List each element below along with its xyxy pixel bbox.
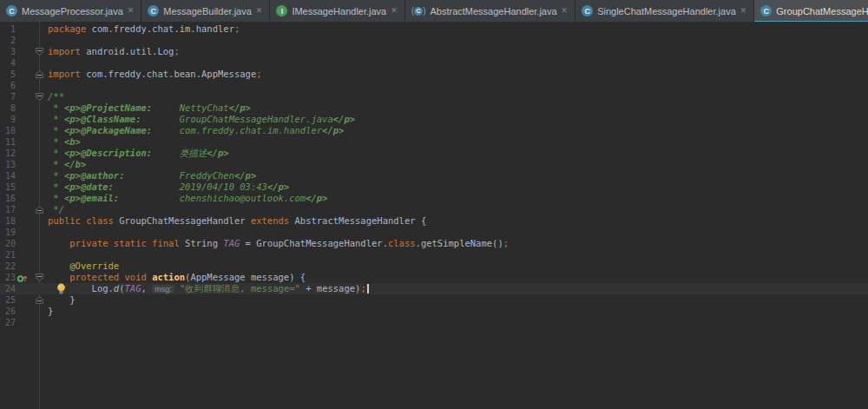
code-line-26[interactable]: 26} — [0, 306, 868, 317]
code-editor[interactable]: 1package com.freddy.chat.im.handler;23im… — [0, 22, 868, 409]
token-cmtb: </p> — [306, 193, 327, 203]
token-cmt: */ — [48, 204, 64, 214]
code-line-2[interactable]: 2 — [0, 35, 868, 46]
token-kw: ; — [360, 283, 365, 294]
token-txt: = GroupChatMessageHandler. — [240, 238, 388, 248]
code-line-19[interactable]: 19 — [0, 227, 868, 238]
token-cmt: * — [48, 136, 64, 147]
tab-label: IMessageHandler.java — [292, 6, 386, 16]
editor-tab-messagebuilder-java[interactable]: CMessageBuilder.java✕ — [141, 0, 269, 22]
token-kw: ; — [256, 69, 261, 79]
line-number: 24 — [0, 283, 16, 294]
fold-marker[interactable] — [36, 296, 43, 304]
line-number: 15 — [0, 181, 16, 193]
token-cmtb: <p>@ProjectName: — [64, 102, 152, 113]
fold-marker[interactable] — [36, 274, 43, 281]
code-line-21[interactable]: 21 — [0, 249, 868, 261]
line-number: 17 — [0, 204, 16, 215]
code-text: * <p>@author: FreddyChen</p> — [48, 170, 256, 181]
code-line-9[interactable]: 9 * <p>@ClassName: GroupChatMessageHandl… — [0, 114, 868, 125]
token-cmtb: </p> — [234, 170, 256, 181]
editor-tab-abstractmessagehandler-java[interactable]: (C)AbstractMessageHandler.java✕ — [405, 0, 575, 22]
gutter-cell — [16, 227, 48, 238]
code-line-13[interactable]: 13 * </b> — [0, 159, 868, 170]
gutter-cell — [16, 57, 48, 69]
code-text: * </b> — [48, 159, 86, 170]
gutter-cell — [16, 238, 48, 249]
fold-marker[interactable] — [36, 93, 43, 101]
code-line-17[interactable]: 17 */ — [0, 204, 868, 215]
text-caret — [367, 284, 369, 294]
parameter-name-hint: msg: — [152, 285, 174, 294]
editor-tab-groupchatmessagehandler-java[interactable]: CGroupChatMessageHandler.java✕ — [754, 0, 868, 22]
code-line-10[interactable]: 10 * <p>@PackageName: com.freddy.chat.im… — [0, 125, 868, 136]
gutter-cell — [16, 272, 48, 283]
code-line-15[interactable]: 15 * <p>@date: 2019/04/10 03:43</p> — [0, 181, 868, 193]
abstract-class-icon: (C) — [411, 5, 426, 16]
code-line-20[interactable]: 20 private static final String TAG = Gro… — [0, 238, 868, 249]
code-line-24[interactable]: 24 Log.d(TAG, msg: "收到群聊消息, message=" + … — [0, 283, 868, 294]
tab-label: MessageBuilder.java — [163, 6, 252, 16]
code-line-8[interactable]: 8 * <p>@ProjectName: NettyChat</p> — [0, 102, 868, 114]
code-line-16[interactable]: 16 * <p>@email: chenshichao@outlook.com<… — [0, 193, 868, 204]
token-mdecl: action — [152, 272, 185, 282]
gutter-cell — [16, 193, 48, 204]
fold-marker[interactable] — [36, 70, 43, 78]
token-kw: class — [388, 238, 416, 248]
line-number: 1 — [0, 23, 16, 35]
code-line-18[interactable]: 18public class GroupChatMessageHandler e… — [0, 215, 868, 227]
token-cmt: 类描述 — [152, 148, 207, 158]
code-line-1[interactable]: 1package com.freddy.chat.im.handler; — [0, 23, 868, 35]
code-line-25[interactable]: 25 } — [0, 294, 868, 306]
token-txt: AbstractMessageHandler { — [289, 215, 426, 226]
gutter-cell — [16, 136, 48, 148]
line-number: 6 — [0, 80, 16, 91]
code-line-3[interactable]: 3import android.util.Log; — [0, 46, 868, 57]
code-line-12[interactable]: 12 * <p>@Description: 类描述</p> — [0, 148, 868, 159]
editor-tab-singlechatmessagehandler-java[interactable]: CSingleChatMessageHandler.java✕ — [575, 0, 753, 22]
token-cmt: * — [48, 159, 64, 169]
token-cmtb: <p>@Description: — [64, 148, 152, 158]
gutter-cell — [16, 114, 48, 125]
fold-marker[interactable] — [36, 206, 43, 214]
line-number: 11 — [0, 136, 16, 148]
token-cmt: /** — [48, 91, 64, 102]
code-line-4[interactable]: 4 — [0, 57, 868, 69]
code-line-22[interactable]: 22 @Override — [0, 261, 868, 272]
line-number: 18 — [0, 215, 16, 227]
token-str: "收到群聊消息, message=" — [180, 283, 300, 294]
code-line-23[interactable]: 23 protected void action(AppMessage mess… — [0, 272, 868, 283]
code-line-14[interactable]: 14 * <p>@author: FreddyChen</p> — [0, 170, 868, 181]
token-kw: import — [48, 69, 81, 79]
token-cmtb: </p> — [267, 181, 289, 192]
line-number: 4 — [0, 57, 16, 69]
editor-tab-messageprocessor-java[interactable]: CMessageProcessor.java✕ — [0, 0, 141, 22]
fold-marker[interactable] — [36, 48, 43, 56]
line-number: 8 — [0, 102, 16, 114]
token-txt: (AppMessage message) { — [185, 272, 306, 282]
editor-tab-imessagehandler-java[interactable]: IIMessageHandler.java✕ — [270, 0, 404, 22]
code-line-11[interactable]: 11 * <b> — [0, 136, 868, 148]
interface-icon: I — [276, 5, 287, 16]
token-cmt: * — [48, 181, 64, 192]
code-text: } — [48, 306, 53, 317]
code-line-7[interactable]: 7/** — [0, 91, 868, 102]
gutter-cell — [16, 170, 48, 181]
token-txt: GroupChatMessageHandler — [114, 215, 251, 226]
token-cmtb: </p> — [229, 102, 251, 113]
close-icon[interactable]: ✕ — [561, 0, 569, 22]
gutter-cell — [16, 69, 48, 80]
line-number: 13 — [0, 159, 16, 170]
token-kw: ; — [234, 23, 240, 34]
close-icon[interactable]: ✕ — [127, 0, 135, 22]
token-cmt: FreddyChen — [125, 170, 234, 181]
code-line-27[interactable]: 27 — [0, 317, 868, 328]
close-icon[interactable]: ✕ — [255, 0, 264, 22]
close-icon[interactable]: ✕ — [740, 0, 748, 22]
code-text: * <p>@date: 2019/04/10 03:43</p> — [48, 181, 289, 193]
token-cmtb: </p> — [333, 114, 355, 124]
close-icon[interactable]: ✕ — [390, 0, 398, 22]
code-line-6[interactable]: 6 — [0, 80, 868, 91]
code-line-5[interactable]: 5import com.freddy.chat.bean.AppMessage; — [0, 69, 868, 80]
line-number: 3 — [0, 46, 16, 57]
